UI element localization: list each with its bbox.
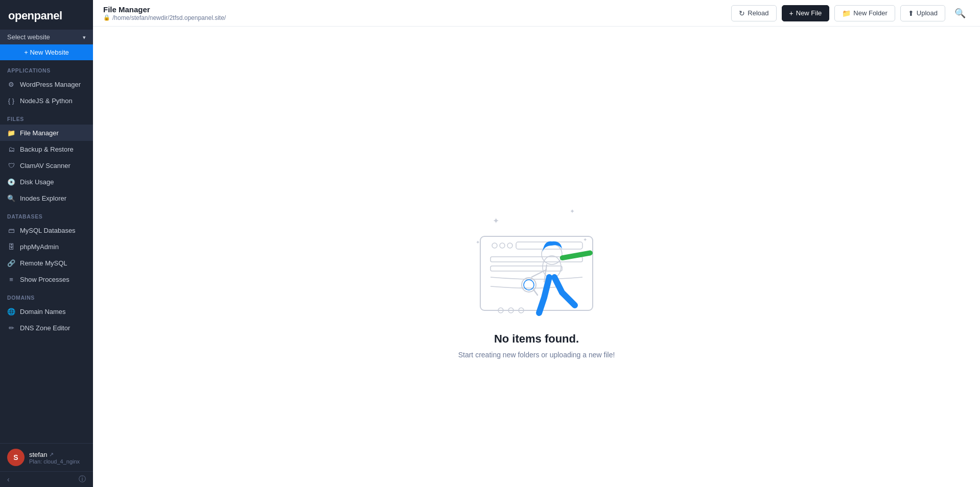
collapse-icon[interactable]: ‹	[7, 475, 10, 483]
new-file-label: New File	[796, 9, 822, 17]
folder-icon: 📁	[842, 9, 851, 17]
sidebar-item-label: NodeJS & Python	[20, 97, 73, 105]
main-body: ✦ ✦ ✦ ✦ No items found. Start creating n…	[93, 27, 980, 487]
header-left: File Manager 🔒 /home/stefan/newdir/2tfsd…	[103, 5, 226, 21]
sidebar-item-remote-mysql[interactable]: 🔗Remote MySQL	[0, 255, 93, 271]
svg-point-1	[492, 243, 497, 248]
avatar: S	[7, 449, 25, 466]
svg-point-2	[500, 243, 505, 248]
reload-label: Reload	[748, 9, 768, 17]
user-name: stefan ↗	[29, 451, 80, 458]
user-info: stefan ↗ Plan: cloud_4_nginx	[29, 451, 80, 465]
svg-text:✦: ✦	[476, 239, 480, 245]
search-icon: 🔍	[954, 8, 966, 18]
pie-icon: 💿	[7, 178, 15, 186]
sidebar-item-label: Backup & Restore	[20, 145, 74, 153]
sidebar-item-label: ClamAV Scanner	[20, 162, 71, 169]
sidebar-item-label: Domain Names	[20, 308, 66, 315]
db-remote-icon: 🔗	[7, 259, 15, 267]
sidebar-item-label: Remote MySQL	[20, 259, 67, 267]
file-archive-icon: 🗂	[7, 145, 15, 153]
svg-point-3	[507, 243, 512, 248]
external-link-icon: ↗	[49, 451, 54, 458]
info-icon[interactable]: ⓘ	[79, 475, 86, 484]
user-row[interactable]: S stefan ↗ Plan: cloud_4_nginx	[0, 444, 93, 471]
plus-icon: +	[789, 9, 794, 17]
db-icon: 🗃	[7, 226, 15, 234]
sidebar-item-backup-restore[interactable]: 🗂Backup & Restore	[0, 141, 93, 157]
user-plan: Plan: cloud_4_nginx	[29, 458, 80, 465]
sidebar-item-label: Show Processes	[20, 276, 69, 283]
empty-state: ✦ ✦ ✦ ✦ No items found. Start creating n…	[429, 134, 644, 379]
sidebar-item-label: File Manager	[20, 129, 59, 137]
chevron-down-icon	[83, 33, 86, 41]
svg-rect-12	[559, 250, 593, 261]
upload-label: Upload	[917, 9, 938, 17]
main-content: File Manager 🔒 /home/stefan/newdir/2tfsd…	[93, 0, 980, 487]
svg-line-15	[533, 289, 538, 295]
sidebar-item-phpmyadmin[interactable]: 🗄phpMyAdmin	[0, 238, 93, 255]
search-file-icon: 🔍	[7, 194, 15, 202]
folder-icon: 📁	[7, 129, 15, 137]
upload-icon: ⬆	[908, 9, 914, 17]
sidebar-footer: ‹ ⓘ	[0, 471, 93, 487]
svg-rect-6	[491, 266, 562, 271]
sidebar-logo: openpanel	[0, 0, 93, 30]
sidebar-item-label: phpMyAdmin	[20, 243, 59, 251]
svg-rect-0	[480, 236, 593, 310]
lock-icon: 🔒	[103, 14, 110, 21]
new-website-label: + New Website	[24, 48, 69, 56]
empty-subtitle: Start creating new folders or uploading …	[458, 351, 615, 359]
new-website-button[interactable]: + New Website	[0, 44, 93, 60]
globe-icon: 🌐	[7, 307, 15, 315]
sidebar-section-label: Applications	[0, 60, 93, 76]
sidebar: openpanel Select website + New Website A…	[0, 0, 93, 487]
page-title: File Manager	[103, 5, 226, 14]
header-path: 🔒 /home/stefan/newdir/2tfsd.openpanel.si…	[103, 14, 226, 21]
wp-icon: ⚙	[7, 80, 15, 88]
sidebar-item-show-processes[interactable]: ≡Show Processes	[0, 271, 93, 287]
select-website-button[interactable]: Select website	[0, 30, 93, 44]
sidebar-item-dns-zone-editor[interactable]: ✏DNS Zone Editor	[0, 320, 93, 336]
svg-text:✦: ✦	[583, 237, 587, 242]
new-file-button[interactable]: + New File	[782, 5, 830, 21]
sidebar-item-label: WordPress Manager	[20, 81, 81, 88]
new-folder-label: New Folder	[853, 9, 887, 17]
select-website-label: Select website	[7, 33, 50, 41]
edit-icon: ✏	[7, 324, 15, 332]
sidebar-item-domain-names[interactable]: 🌐Domain Names	[0, 303, 93, 320]
sidebar-item-label: Disk Usage	[20, 178, 54, 186]
sidebar-item-disk-usage[interactable]: 💿Disk Usage	[0, 174, 93, 190]
sidebar-item-label: Inodes Explorer	[20, 194, 66, 202]
svg-text:✦: ✦	[493, 216, 499, 225]
upload-button[interactable]: ⬆ Upload	[900, 5, 945, 21]
sidebar-section-label: Domains	[0, 287, 93, 303]
new-folder-button[interactable]: 📁 New Folder	[834, 5, 895, 21]
sidebar-item-clamav-scanner[interactable]: 🛡ClamAV Scanner	[0, 157, 93, 174]
empty-title: No items found.	[494, 332, 579, 346]
sidebar-item-file-manager[interactable]: 📁File Manager	[0, 125, 93, 141]
header-actions: ↻ Reload + New File 📁 New Folder ⬆ Uploa…	[731, 5, 970, 21]
reload-icon: ↻	[739, 9, 745, 17]
sidebar-item-nodejs-python[interactable]: { }NodeJS & Python	[0, 92, 93, 109]
sidebar-item-wordpress-manager[interactable]: ⚙WordPress Manager	[0, 76, 93, 92]
empty-illustration: ✦ ✦ ✦ ✦	[450, 155, 623, 318]
reload-button[interactable]: ↻ Reload	[731, 5, 776, 21]
sidebar-item-label: DNS Zone Editor	[20, 324, 70, 332]
sidebar-section-label: Databases	[0, 206, 93, 222]
db-admin-icon: 🗄	[7, 242, 15, 251]
sidebar-item-inodes-explorer[interactable]: 🔍Inodes Explorer	[0, 190, 93, 206]
shield-icon: 🛡	[7, 161, 15, 169]
sidebar-sections: Applications⚙WordPress Manager{ }NodeJS …	[0, 60, 93, 336]
svg-text:✦: ✦	[570, 208, 575, 215]
search-button[interactable]: 🔍	[950, 6, 970, 21]
sidebar-section-label: Files	[0, 109, 93, 125]
sidebar-bottom: S stefan ↗ Plan: cloud_4_nginx ‹ ⓘ	[0, 443, 93, 487]
path-text: /home/stefan/newdir/2tfsd.openpanel.site…	[112, 14, 226, 21]
sidebar-item-mysql-databases[interactable]: 🗃MySQL Databases	[0, 222, 93, 238]
main-header: File Manager 🔒 /home/stefan/newdir/2tfsd…	[93, 0, 980, 27]
code-icon: { }	[7, 96, 15, 105]
list-icon: ≡	[7, 275, 15, 283]
sidebar-item-label: MySQL Databases	[20, 227, 76, 234]
